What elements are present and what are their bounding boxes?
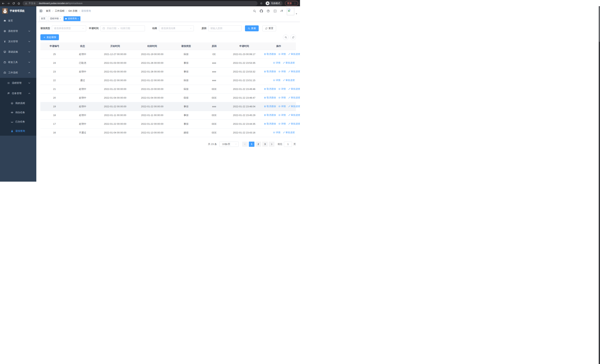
cancel-action-link[interactable]: 取消请假	[264, 105, 276, 108]
sidebar-item[interactable]: 请假查询	[0, 126, 36, 136]
cancel-action-link[interactable]: 取消请假	[264, 96, 276, 99]
view-icon	[273, 79, 275, 81]
browser-back-icon[interactable]	[2, 2, 5, 5]
progress-action-link[interactable]: 审批进度	[288, 114, 300, 117]
sidebar-logo[interactable]: 芋道管理系统	[0, 6, 36, 16]
address-bar[interactable]: 不安全 dashboard.yudao.iocoder.cn/bpm/oa/le…	[23, 1, 258, 6]
cancel-action-label: 取消请假	[267, 87, 276, 91]
cancel-action-link[interactable]: 取消请假	[264, 70, 276, 73]
detail-action-link[interactable]: 详情	[273, 131, 280, 134]
caret-down-icon[interactable]	[296, 13, 297, 15]
breadcrumb-item[interactable]: 首页	[46, 9, 51, 13]
page-button-3[interactable]: 3	[262, 142, 268, 147]
browser-toolbar: 不安全 dashboard.yudao.iocoder.cn/bpm/oa/le…	[0, 0, 300, 6]
refresh-table-button[interactable]	[290, 35, 296, 40]
page-button-2[interactable]: 2	[255, 142, 261, 147]
detail-action-link[interactable]: 详情	[278, 70, 286, 73]
sidebar-item[interactable]: 任务管理	[0, 88, 36, 99]
apply-time-range-picker[interactable]: 开始日期 - 结束日期	[100, 25, 145, 31]
chevron-down-icon	[235, 143, 237, 145]
github-icon[interactable]	[260, 9, 263, 13]
cell-start: 2022-01-04 00:00:00	[96, 128, 134, 137]
detail-action-link[interactable]: 详情	[278, 122, 286, 125]
detail-action-link[interactable]: 详情	[278, 96, 286, 99]
detail-action-link[interactable]: 详情	[278, 114, 286, 117]
sidebar-item[interactable]: 流程管理	[0, 78, 36, 88]
detail-action-link[interactable]: 详情	[278, 105, 286, 108]
cell-end: 2022-01-11 00:00:00	[134, 111, 171, 120]
cell-apply: 2022-01-22 23:43:16	[227, 128, 262, 137]
sidebar-item[interactable]: 首页	[0, 16, 36, 26]
sidebar-item[interactable]: 基础设施	[0, 47, 36, 57]
progress-action-link[interactable]: 审批进度	[288, 53, 300, 56]
sidebar-collapse-icon[interactable]	[39, 9, 43, 13]
progress-action-link[interactable]: 审批进度	[283, 61, 295, 65]
cell-type: 事假	[171, 111, 201, 120]
progress-action-link[interactable]: 审批进度	[283, 79, 295, 82]
sidebar-item-label: 待办任务	[15, 111, 25, 114]
prev-page-button[interactable]	[242, 142, 248, 147]
detail-action-link[interactable]: 详情	[278, 87, 286, 91]
detail-action-label: 详情	[276, 79, 280, 82]
goto-page-input[interactable]	[284, 142, 292, 147]
cancel-action-link[interactable]: 取消请假	[264, 53, 276, 56]
progress-action-link[interactable]: 审批进度	[288, 70, 300, 73]
progress-action-label: 审批进度	[291, 96, 300, 99]
apply-time-label: 申请时间	[89, 27, 99, 30]
sidebar-item[interactable]: 待办任务	[0, 108, 36, 117]
tab-item[interactable]: 流程详情×	[48, 16, 62, 21]
sidebar-item[interactable]: 系统管理	[0, 26, 36, 36]
cancel-action-link[interactable]: 取消请假	[264, 87, 276, 91]
avatar[interactable]	[287, 8, 294, 15]
browser-menu-icon[interactable]	[294, 2, 296, 5]
tab-active[interactable]: 请假查询×	[64, 16, 80, 21]
cancel-action-link[interactable]: 取消请假	[264, 114, 276, 117]
fullscreen-icon[interactable]	[273, 9, 277, 13]
progress-action-link[interactable]: 审批进度	[288, 122, 300, 125]
detail-action-label: 详情	[281, 96, 286, 99]
toggle-search-button[interactable]	[283, 35, 289, 40]
page-button-1[interactable]: 1	[249, 142, 254, 147]
reason-input[interactable]: 请输入原因	[208, 25, 242, 31]
trash-icon	[264, 88, 266, 90]
create-leave-button[interactable]: 发起请假	[40, 34, 59, 40]
progress-action-link[interactable]: 审批进度	[288, 87, 300, 91]
progress-action-link[interactable]: 审批进度	[288, 96, 300, 99]
tab-item[interactable]: 首页	[39, 16, 47, 21]
sidebar-item[interactable]: 研发工具	[0, 57, 36, 67]
sidebar-item[interactable]: 支付管理	[0, 36, 36, 47]
search-button[interactable]: 搜索	[245, 25, 259, 31]
detail-action-link[interactable]: 详情	[278, 53, 286, 56]
table-row: 24已取消2022-01-03 00:00:002022-01-26 00:00…	[40, 59, 296, 67]
detail-action-link[interactable]: 详情	[273, 61, 280, 65]
cell-start: 2022-01-22 00:00:00	[96, 85, 134, 93]
sidebar-item[interactable]: 已办任务	[0, 117, 36, 126]
browser-home-icon[interactable]	[18, 2, 20, 5]
browser-reload-icon[interactable]	[12, 2, 15, 5]
tab-close-icon[interactable]: ×	[77, 18, 79, 20]
user-avatar-dropdown[interactable]	[287, 8, 297, 15]
breadcrumb-item[interactable]: OA 示例	[68, 9, 77, 13]
help-icon[interactable]	[267, 9, 270, 13]
leave-type-select[interactable]: 请选择请假类型	[52, 25, 86, 31]
bookmark-star-icon[interactable]	[260, 2, 262, 5]
breadcrumb-item[interactable]: 工作流程	[55, 9, 65, 13]
sidebar-item[interactable]: 工作流程	[0, 67, 36, 78]
font-size-icon[interactable]: TT	[280, 9, 283, 13]
progress-action-link[interactable]: 审批进度	[288, 105, 300, 108]
next-page-button[interactable]	[269, 142, 274, 147]
leave-type-placeholder: 请选择请假类型	[54, 27, 71, 30]
browser-update-button[interactable]: 更新	[285, 1, 298, 6]
page-size-select[interactable]: 10条/页	[219, 142, 239, 147]
reset-button[interactable]: 重置	[262, 25, 276, 31]
header-search-icon[interactable]	[253, 9, 256, 13]
sidebar-item[interactable]: 我的流程	[0, 99, 36, 108]
app-title: 芋道管理系统	[10, 9, 25, 13]
cell-apply: 2022-01-22 23:53:32	[227, 67, 262, 76]
browser-forward-icon[interactable]	[7, 2, 10, 5]
progress-action-link[interactable]: 审批进度	[283, 131, 295, 134]
result-select[interactable]: 请选择流结果	[159, 25, 194, 31]
tab-close-icon[interactable]: ×	[60, 18, 61, 20]
cancel-action-link[interactable]: 取消请假	[264, 122, 276, 125]
detail-action-link[interactable]: 详情	[273, 79, 280, 82]
